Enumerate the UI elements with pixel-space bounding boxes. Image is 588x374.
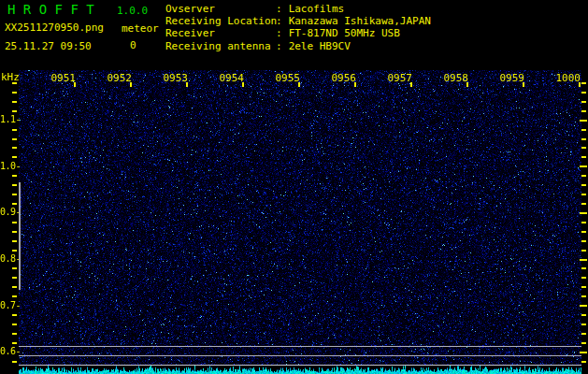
freq-tick-minor: [12, 138, 17, 140]
spectrogram-bottom-line: [19, 365, 581, 366]
freq-tick-minor: [12, 184, 17, 186]
freq-unit-label: kHz: [1, 71, 20, 83]
freq-tick-minor: [581, 129, 586, 131]
station-row-value: FT-817ND 50MHz USB: [289, 27, 400, 39]
freq-tick-minor: [12, 324, 17, 325]
freq-tick-minor: [581, 138, 586, 140]
freq-label: 0.8-: [0, 253, 21, 264]
freq-tick-minor: [12, 129, 17, 131]
station-row-label: Ovserver: [165, 3, 276, 15]
freq-tick-minor: [12, 203, 17, 205]
freq-tick-minor: [581, 324, 586, 325]
freq-tick-minor: [12, 240, 17, 242]
freq-tick-minor: [12, 156, 17, 158]
station-row-label: Receiver: [165, 27, 276, 39]
station-row-value: 2ele HB9CV: [289, 40, 351, 52]
freq-tick-minor: [12, 101, 17, 103]
freq-label: 1.0-: [0, 161, 21, 171]
station-info: Ovserver:Lacofilms Receiving Location:Ka…: [165, 3, 431, 52]
freq-tick-minor: [12, 92, 17, 94]
freq-label: 0.9-: [0, 207, 21, 217]
station-row-value: Kanazawa Ishikawa,JAPAN: [289, 15, 431, 27]
station-row: Receiving Location:Kanazawa Ishikawa,JAP…: [165, 15, 431, 27]
station-row-label: Receiving Location: [165, 15, 276, 27]
freq-tick-minor: [12, 147, 17, 149]
mode-label: meteor: [122, 22, 159, 35]
station-row-separator: :: [276, 15, 282, 27]
freq-tick-minor: [581, 156, 586, 158]
freq-tick-minor: [12, 361, 17, 363]
freq-tick-minor: [12, 333, 17, 335]
spectrogram-canvas: [19, 70, 581, 365]
station-row: Ovserver:Lacofilms: [165, 3, 431, 15]
freq-tick-minor: [12, 231, 17, 233]
freq-tick-minor: [12, 175, 17, 177]
freq-tick-minor: [12, 267, 17, 269]
output-filename: XX2511270950.png: [5, 22, 104, 34]
freq-tick-minor: [581, 250, 586, 252]
freq-tick-minor: [581, 267, 586, 269]
capture-datetime: 25.11.27 09:50: [5, 40, 92, 52]
freq-tick-minor: [581, 231, 586, 233]
count-band-marker-line: [19, 182, 21, 290]
freq-tick-minor: [12, 286, 17, 288]
freq-tick-minor: [581, 295, 586, 297]
app-title: H R O F F T: [7, 2, 94, 17]
hrofft-output: H R O F F T 1.0.0 XX2511270950.png meteo…: [0, 0, 588, 374]
station-row-separator: :: [276, 40, 282, 52]
station-row-separator: :: [276, 27, 282, 39]
freq-tick-minor: [12, 222, 17, 223]
freq-label: 1.1-: [0, 114, 21, 124]
station-row-label: Receiving antenna: [165, 40, 276, 52]
freq-tick-minor: [581, 101, 586, 103]
freq-tick-minor: [581, 110, 586, 112]
freq-tick-minor: [581, 277, 586, 279]
freq-tick-minor: [12, 342, 17, 344]
freq-label: 0.6-: [0, 346, 21, 356]
freq-tick-minor: [581, 222, 586, 223]
level-ref-line-middle: [19, 355, 581, 356]
signal-level-trace-canvas: [19, 365, 581, 374]
station-row-value: Lacofilms: [289, 3, 345, 15]
freq-label: 0.7-: [0, 300, 21, 310]
freq-tick-minor: [581, 240, 586, 242]
freq-tick-minor: [12, 295, 17, 297]
echo-count: 0: [130, 39, 136, 51]
level-ref-line-upper: [19, 346, 581, 347]
station-row: Receiving antenna:2ele HB9CV: [165, 40, 431, 52]
freq-tick-minor: [581, 194, 586, 195]
freq-tick-minor: [581, 175, 586, 177]
freq-tick-minor: [581, 361, 586, 363]
app-version: 1.0.0: [117, 5, 148, 17]
freq-tick-minor: [12, 250, 17, 252]
freq-tick-minor: [581, 92, 586, 94]
freq-tick-minor: [581, 147, 586, 149]
freq-tick-minor: [12, 194, 17, 195]
station-row-separator: :: [276, 3, 282, 15]
freq-tick-minor: [12, 314, 17, 316]
freq-tick-minor: [581, 82, 586, 84]
freq-tick-minor: [12, 110, 17, 112]
freq-tick-minor: [581, 333, 586, 335]
freq-tick-minor: [581, 184, 586, 186]
freq-tick-minor: [12, 277, 17, 279]
station-row: Receiver:FT-817ND 50MHz USB: [165, 27, 431, 39]
freq-tick-minor: [581, 342, 586, 344]
freq-tick-minor: [581, 314, 586, 316]
freq-tick-minor: [581, 286, 586, 288]
freq-tick-minor: [581, 203, 586, 205]
